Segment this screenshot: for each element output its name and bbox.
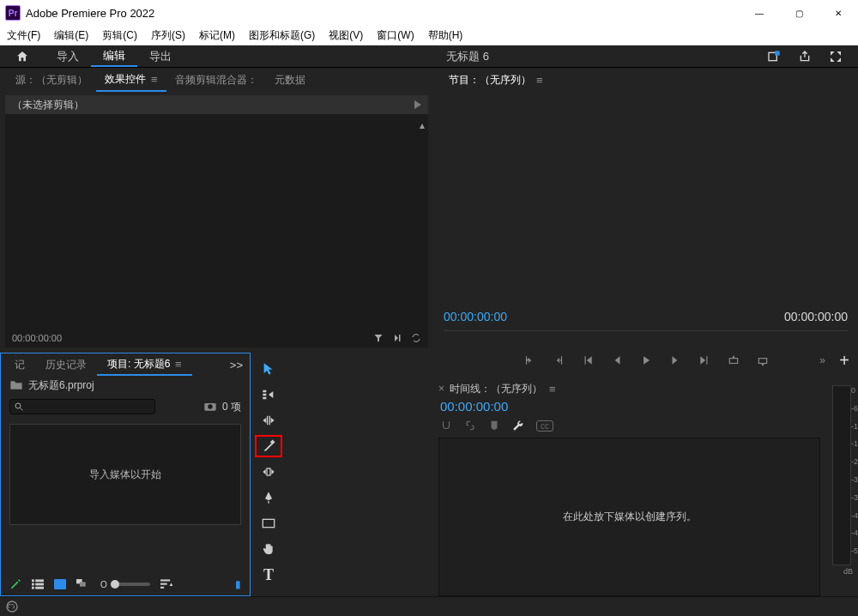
folder-icon bbox=[9, 380, 23, 390]
menu-file[interactable]: 文件(F) bbox=[3, 28, 44, 43]
timeline-tab-label[interactable]: 时间线：（无序列） bbox=[450, 382, 542, 396]
panel-menu-icon[interactable]: ≡ bbox=[535, 74, 543, 87]
step-back-icon[interactable] bbox=[611, 354, 623, 366]
svg-rect-21 bbox=[263, 519, 274, 527]
fullscreen-icon[interactable] bbox=[829, 50, 843, 63]
add-marker-icon[interactable] bbox=[488, 420, 500, 432]
new-item-icon[interactable] bbox=[9, 578, 21, 590]
camera-icon[interactable] bbox=[203, 402, 217, 412]
go-to-out-icon[interactable] bbox=[698, 354, 710, 366]
button-editor-add[interactable]: + bbox=[839, 351, 849, 371]
fx-scroll-up[interactable]: ▴ bbox=[416, 119, 428, 130]
caption-track-icon[interactable]: cc bbox=[536, 420, 553, 432]
go-to-in-icon[interactable] bbox=[582, 354, 594, 366]
svg-rect-7 bbox=[32, 579, 34, 582]
workspace-tab-export[interactable]: 导出 bbox=[137, 45, 184, 67]
creative-cloud-icon[interactable] bbox=[5, 600, 19, 613]
share-icon[interactable] bbox=[798, 50, 812, 63]
program-viewport bbox=[438, 92, 853, 310]
filter-icon[interactable] bbox=[373, 333, 384, 343]
ripple-edit-tool[interactable] bbox=[257, 411, 281, 430]
menu-help[interactable]: 帮助(H) bbox=[425, 28, 467, 43]
tab-metadata[interactable]: 元数据 bbox=[266, 68, 314, 92]
cycle-icon[interactable] bbox=[411, 333, 421, 343]
audio-meter-ticks: 0-6-12-18-24-30-36-42-48-54 bbox=[851, 386, 858, 565]
tab-effect-controls-label: 效果控件 bbox=[105, 72, 146, 87]
audio-meter-track: 0-6-12-18-24-30-36-42-48-54 bbox=[832, 385, 851, 565]
play-triangle-icon[interactable] bbox=[414, 100, 421, 109]
svg-rect-10 bbox=[35, 579, 44, 582]
panel-menu-icon[interactable]: ≡ bbox=[170, 358, 181, 371]
mark-out-icon[interactable] bbox=[553, 354, 565, 366]
timeline-playhead-tc[interactable]: 00:00:00:00 bbox=[438, 397, 820, 417]
play-icon[interactable] bbox=[640, 354, 652, 366]
quick-export-icon[interactable] bbox=[767, 50, 781, 63]
menu-markers[interactable]: 标记(M) bbox=[196, 28, 239, 43]
svg-rect-22 bbox=[729, 359, 737, 364]
tab-program[interactable]: 节目：（无序列） ≡ bbox=[440, 68, 552, 92]
svg-rect-15 bbox=[160, 579, 170, 581]
icon-view-icon[interactable] bbox=[54, 579, 66, 589]
project-search-input[interactable] bbox=[9, 399, 155, 414]
linked-selection-icon[interactable] bbox=[464, 420, 476, 432]
svg-line-4 bbox=[21, 408, 23, 411]
rectangle-tool[interactable] bbox=[257, 514, 281, 533]
window-maximize-button[interactable]: ▢ bbox=[779, 0, 819, 26]
window-close-button[interactable]: ✕ bbox=[819, 0, 858, 26]
svg-rect-16 bbox=[160, 583, 167, 585]
tab-effect-controls[interactable]: 效果控件 ≡ bbox=[96, 68, 166, 92]
button-editor-overflow[interactable]: » bbox=[819, 354, 825, 366]
home-button[interactable] bbox=[0, 45, 45, 67]
fx-header: （未选择剪辑） bbox=[5, 95, 428, 114]
thumbnail-size-slider[interactable]: O bbox=[100, 580, 150, 589]
tab-audio-clip-mixer[interactable]: 音频剪辑混合器： bbox=[166, 68, 266, 92]
timeline-settings-icon[interactable] bbox=[512, 420, 524, 432]
project-bin-dropzone[interactable]: 导入媒体以开始 bbox=[9, 424, 241, 525]
project-dropzone-label: 导入媒体以开始 bbox=[89, 468, 161, 482]
program-position-tc[interactable]: 00:00:00:00 bbox=[444, 310, 507, 323]
mark-in-icon[interactable] bbox=[523, 354, 535, 366]
tab-source[interactable]: 源：（无剪辑） bbox=[7, 68, 96, 92]
workspace-tab-edit[interactable]: 编辑 bbox=[91, 45, 137, 67]
program-scrub-bar[interactable] bbox=[444, 330, 848, 346]
track-select-tool[interactable] bbox=[257, 385, 281, 404]
workspace-tab-import[interactable]: 导入 bbox=[45, 45, 91, 67]
selection-tool[interactable] bbox=[257, 359, 281, 378]
project-tab-log[interactable]: 记 bbox=[4, 353, 35, 376]
list-view-icon[interactable] bbox=[32, 579, 44, 589]
hand-tool[interactable] bbox=[257, 540, 281, 559]
fx-no-clip-label: （未选择剪辑） bbox=[12, 98, 84, 112]
slip-tool[interactable] bbox=[257, 462, 281, 481]
close-tab-icon[interactable]: × bbox=[438, 383, 444, 395]
freeform-view-icon[interactable] bbox=[76, 579, 90, 589]
menu-window[interactable]: 窗口(W) bbox=[373, 28, 417, 43]
svg-rect-23 bbox=[758, 359, 766, 364]
panel-menu-icon[interactable]: ≡ bbox=[547, 383, 556, 396]
window-minimize-button[interactable]: — bbox=[740, 0, 779, 26]
menu-clip[interactable]: 剪辑(C) bbox=[99, 28, 141, 43]
pen-tool[interactable] bbox=[257, 488, 281, 507]
timeline-dropzone[interactable]: 在此处放下媒体以创建序列。 bbox=[438, 438, 820, 596]
program-duration-tc: 00:00:00:00 bbox=[784, 310, 848, 323]
sort-icon[interactable] bbox=[160, 579, 172, 589]
menu-sequence[interactable]: 序列(S) bbox=[148, 28, 189, 43]
menu-view[interactable]: 视图(V) bbox=[325, 28, 366, 43]
project-tab-project[interactable]: 项目: 无标题6 ≡ bbox=[97, 353, 192, 376]
menu-edit[interactable]: 编辑(E) bbox=[51, 28, 92, 43]
svg-rect-9 bbox=[32, 587, 34, 589]
svg-point-3 bbox=[15, 403, 21, 408]
step-forward-icon[interactable] bbox=[669, 354, 681, 366]
type-tool[interactable]: T bbox=[257, 565, 281, 584]
right-column: 节目：（无序列） ≡ 00:00:00:00 00:00:00:00 bbox=[433, 68, 858, 596]
menu-graphics[interactable]: 图形和标题(G) bbox=[245, 28, 318, 43]
lift-icon[interactable] bbox=[728, 354, 740, 366]
snap-icon[interactable] bbox=[440, 420, 452, 432]
panel-menu-icon[interactable]: ≡ bbox=[149, 73, 158, 86]
extract-icon[interactable] bbox=[757, 354, 769, 366]
project-tab-history[interactable]: 历史记录 bbox=[35, 353, 97, 376]
razor-tool[interactable] bbox=[257, 437, 281, 456]
svg-rect-8 bbox=[32, 583, 34, 586]
color-label-icon[interactable]: ▮ bbox=[235, 578, 241, 590]
step-forward-icon[interactable] bbox=[392, 333, 402, 343]
overflow-tabs-button[interactable]: >> bbox=[223, 359, 250, 371]
